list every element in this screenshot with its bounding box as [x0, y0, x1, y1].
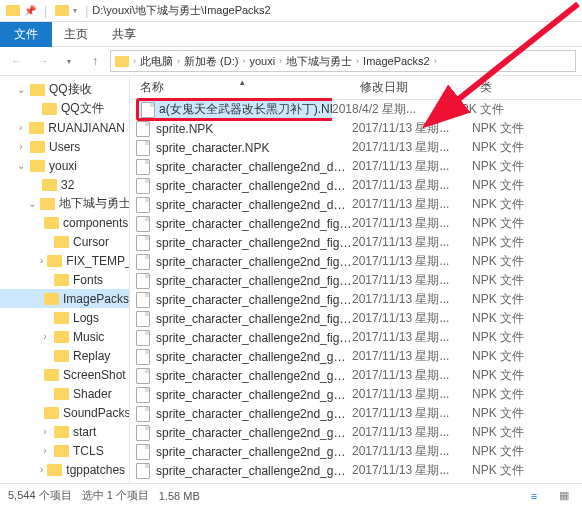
file-row[interactable]: sprite_character_challenge2nd_fighter...…	[130, 309, 582, 328]
column-date[interactable]: 修改日期	[350, 79, 470, 96]
file-type: NPK 文件	[472, 272, 524, 289]
tree-item[interactable]: ›start	[0, 422, 129, 441]
tree-item[interactable]: Shader	[0, 384, 129, 403]
file-date: 2017/11/13 星期...	[352, 424, 472, 441]
expand-icon[interactable]: ›	[40, 464, 43, 475]
selected-size: 1.58 MB	[159, 490, 200, 502]
file-row[interactable]: sprite_character_challenge2nd_demo...201…	[130, 176, 582, 195]
crumb[interactable]: ImagePacks2	[359, 55, 434, 67]
tree-item[interactable]: SoundPacks	[0, 403, 129, 422]
file-row[interactable]: sprite_character_challenge2nd_gunne...20…	[130, 404, 582, 423]
tree-item[interactable]: ⌄youxi	[0, 156, 129, 175]
expand-icon[interactable]: ›	[40, 426, 50, 437]
file-date: 2018/4/2 星期...	[332, 101, 452, 118]
file-row[interactable]: sprite_character_challenge2nd_fighter...…	[130, 233, 582, 252]
file-date: 2017/11/13 星期...	[352, 120, 472, 137]
expand-icon[interactable]: ⌄	[28, 198, 36, 209]
file-list[interactable]: a(女鬼天全武器改长黑刀补丁).NPK2018/4/2 星期...NPK 文件s…	[130, 100, 582, 480]
tree-item[interactable]: ›FIX_TEMP_	[0, 251, 129, 270]
file-row[interactable]: sprite_character_challenge2nd_fighter...…	[130, 252, 582, 271]
tree-item[interactable]: ImagePacks2	[0, 289, 129, 308]
file-row[interactable]: sprite_character_challenge2nd_fighter...…	[130, 328, 582, 347]
title-bar: 📌 | ▾ | D:\youxi\地下城与勇士\ImagePacks2	[0, 0, 582, 22]
file-row[interactable]: sprite_character_challenge2nd_darkk...20…	[130, 157, 582, 176]
tab-share[interactable]: 共享	[100, 22, 148, 47]
file-row[interactable]: sprite_character_challenge2nd_gunne...20…	[130, 442, 582, 461]
file-row[interactable]: sprite_character.NPK2017/11/13 星期...NPK …	[130, 138, 582, 157]
tree-item[interactable]: ›Music	[0, 327, 129, 346]
tree-item[interactable]: Replay	[0, 346, 129, 365]
breadcrumb[interactable]: › 此电脑 › 新加卷 (D:) › youxi › 地下城与勇士 › Imag…	[110, 50, 576, 72]
file-row[interactable]: sprite.NPK2017/11/13 星期...NPK 文件	[130, 119, 582, 138]
forward-button[interactable]: →	[32, 50, 54, 72]
expand-icon[interactable]: ⌄	[16, 160, 26, 171]
file-date: 2017/11/13 星期...	[352, 386, 472, 403]
tree-item[interactable]: components	[0, 213, 129, 232]
file-date: 2017/11/13 星期...	[352, 158, 472, 175]
expand-icon[interactable]: ›	[40, 445, 50, 456]
file-date: 2017/11/13 星期...	[352, 310, 472, 327]
file-date: 2017/11/13 星期...	[352, 291, 472, 308]
tree-item[interactable]: ⌄地下城与勇士	[0, 194, 129, 213]
tree-item[interactable]: ›TCLS	[0, 441, 129, 460]
column-type[interactable]: 类	[470, 79, 582, 96]
up-button[interactable]: ↑	[84, 50, 106, 72]
tree-item[interactable]: ›tgppatches	[0, 460, 129, 479]
tree-item[interactable]: Fonts	[0, 270, 129, 289]
file-row[interactable]: sprite_character_challenge2nd_gunne...20…	[130, 423, 582, 442]
tab-home[interactable]: 主页	[52, 22, 100, 47]
back-button[interactable]: ←	[6, 50, 28, 72]
chevron-right-icon[interactable]: ›	[434, 56, 437, 66]
file-row[interactable]: sprite_character_challenge2nd_fighter...…	[130, 290, 582, 309]
file-icon	[136, 273, 150, 289]
tree-item-label: QQ文件	[61, 100, 104, 117]
crumb[interactable]: 地下城与勇士	[282, 54, 356, 69]
tree-item[interactable]: ›RUANJIANAN	[0, 118, 129, 137]
file-row[interactable]: a(女鬼天全武器改长黑刀补丁).NPK2018/4/2 星期...NPK 文件	[130, 100, 582, 119]
folder-icon	[54, 331, 69, 343]
file-row[interactable]: sprite_character_challenge2nd_gunne...20…	[130, 347, 582, 366]
expand-icon[interactable]: ⌄	[16, 84, 26, 95]
expand-icon[interactable]: ›	[40, 331, 50, 342]
file-date: 2017/11/13 星期...	[352, 196, 472, 213]
recent-dropdown[interactable]: ▾	[58, 50, 80, 72]
file-row[interactable]: sprite_character_challenge2nd_gunne...20…	[130, 385, 582, 404]
file-date: 2017/11/13 星期...	[352, 215, 472, 232]
tree-item[interactable]: 32	[0, 175, 129, 194]
expand-icon[interactable]: ›	[16, 122, 25, 133]
crumb[interactable]: 新加卷 (D:)	[180, 54, 242, 69]
file-name: sprite_character_challenge2nd_demo...	[156, 198, 352, 212]
file-type: NPK 文件	[472, 253, 524, 270]
tab-file[interactable]: 文件	[0, 22, 52, 47]
crumb[interactable]: 此电脑	[136, 54, 177, 69]
file-row[interactable]: sprite_character_challenge2nd_gunne...20…	[130, 461, 582, 480]
file-row[interactable]: sprite_character_challenge2nd_fighter...…	[130, 271, 582, 290]
file-icon	[136, 235, 150, 251]
tree-item[interactable]: Cursor	[0, 232, 129, 251]
file-row[interactable]: sprite_character_challenge2nd_gunne...20…	[130, 366, 582, 385]
file-name: sprite_character_challenge2nd_gunne...	[156, 464, 352, 478]
file-row[interactable]: sprite_character_challenge2nd_fighter...…	[130, 214, 582, 233]
tree-item[interactable]: ›Users	[0, 137, 129, 156]
expand-icon[interactable]: ›	[16, 141, 26, 152]
file-row[interactable]: sprite_character_challenge2nd_demo...201…	[130, 195, 582, 214]
folder-tree[interactable]: ⌄QQ接收QQ文件›RUANJIANAN›Users⌄youxi32⌄地下城与勇…	[0, 76, 130, 483]
crumb[interactable]: youxi	[245, 55, 279, 67]
qat-pin-icon[interactable]: 📌	[24, 5, 36, 16]
details-view-button[interactable]: ≡	[524, 487, 544, 505]
file-icon	[136, 349, 150, 365]
file-name: sprite_character_challenge2nd_gunne...	[156, 407, 352, 421]
file-type: NPK 文件	[452, 101, 504, 118]
tree-item[interactable]: ScreenShot	[0, 365, 129, 384]
file-type: NPK 文件	[472, 424, 524, 441]
file-type: NPK 文件	[472, 462, 524, 479]
tree-item[interactable]: Logs	[0, 308, 129, 327]
column-headers: 名称 ▴ 修改日期 类	[130, 76, 582, 100]
column-name[interactable]: 名称 ▴	[130, 79, 350, 96]
tree-item[interactable]: ⌄QQ接收	[0, 80, 129, 99]
thumbnails-view-button[interactable]: ▦	[554, 487, 574, 505]
qat-dropdown-icon[interactable]: ▾	[73, 6, 77, 15]
file-icon	[136, 178, 150, 194]
tree-item[interactable]: QQ文件	[0, 99, 129, 118]
expand-icon[interactable]: ›	[40, 255, 43, 266]
